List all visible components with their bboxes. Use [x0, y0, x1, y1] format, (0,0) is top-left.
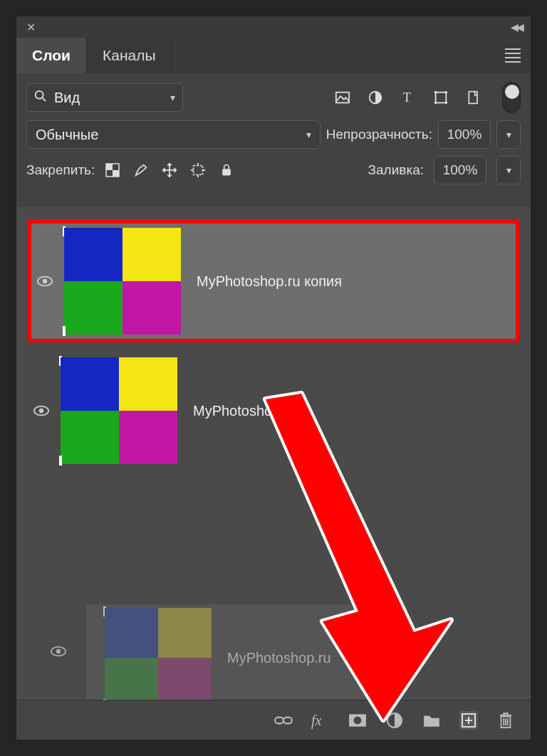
svg-point-0: [36, 90, 43, 98]
svg-point-27: [56, 649, 61, 653]
search-icon: [34, 90, 47, 106]
lock-image-icon[interactable]: [133, 162, 149, 178]
svg-rect-42: [504, 713, 508, 715]
filter-adjustment-icon[interactable]: [367, 89, 384, 106]
svg-rect-28: [275, 717, 283, 723]
visibility-toggle[interactable]: [28, 405, 55, 416]
opacity-value[interactable]: 100%: [438, 120, 491, 149]
svg-rect-5: [436, 93, 447, 103]
svg-rect-29: [283, 717, 292, 723]
lock-fill-row: Закрепить: Заливка: 100% ▾: [16, 153, 531, 191]
svg-point-25: [39, 409, 43, 413]
filter-shape-icon[interactable]: [432, 89, 449, 106]
close-icon[interactable]: ✕: [22, 21, 40, 34]
lock-all-icon[interactable]: [219, 162, 234, 178]
panel-tabs: Слои Каналы: [16, 38, 531, 73]
svg-point-7: [445, 91, 448, 94]
svg-rect-21: [222, 169, 231, 175]
layer-fx-icon[interactable]: fx: [311, 711, 330, 730]
blend-mode-value: Обычные: [36, 127, 98, 143]
new-layer-icon[interactable]: [459, 711, 478, 730]
svg-point-32: [354, 716, 362, 724]
ghost-visibility-icon: [51, 646, 66, 660]
fill-label: Заливка:: [368, 162, 424, 178]
filter-pixel-icon[interactable]: [334, 89, 351, 106]
fill-chevron[interactable]: ▾: [496, 156, 521, 184]
svg-line-1: [43, 98, 46, 101]
svg-text:fx: fx: [311, 713, 322, 729]
panel-titlebar: ✕ ◀◀: [16, 16, 531, 38]
layer-filter-type[interactable]: Вид ▾: [26, 83, 183, 112]
svg-rect-16: [194, 166, 203, 175]
lock-position-icon[interactable]: [162, 162, 177, 178]
layer-thumbnail[interactable]: [64, 228, 181, 335]
layer-item[interactable]: MyPhotoshop.ru: [28, 350, 519, 472]
layer-item-selected[interactable]: MyPhotoshop.ru копия: [28, 220, 519, 342]
svg-rect-10: [469, 92, 477, 104]
lock-label: Закрепить:: [26, 162, 95, 178]
collapse-panel-icon[interactable]: ◀◀: [508, 21, 525, 33]
new-group-icon[interactable]: [422, 711, 441, 730]
filter-type-label: Вид: [54, 90, 80, 106]
visibility-toggle[interactable]: [31, 275, 58, 287]
chevron-down-icon: ▾: [170, 92, 175, 103]
layer-name[interactable]: MyPhotoshop.ru: [193, 403, 297, 419]
lock-transparent-icon[interactable]: [105, 162, 120, 178]
tab-channels[interactable]: Каналы: [87, 38, 172, 73]
toggle-knob: [505, 85, 519, 99]
layer-name[interactable]: MyPhotoshop.ru копия: [197, 273, 342, 290]
chevron-down-icon: ▾: [306, 129, 311, 140]
svg-rect-13: [113, 170, 119, 177]
svg-point-8: [434, 102, 437, 105]
svg-text:T: T: [403, 90, 411, 105]
opacity-label: Непрозрачность:: [326, 127, 432, 142]
blend-opacity-row: Обычные ▾ Непрозрачность: 100% ▾: [16, 117, 531, 153]
filter-type-icon[interactable]: T: [400, 89, 417, 106]
lock-artboard-icon[interactable]: [190, 162, 206, 178]
layers-bottom-toolbar: fx: [16, 700, 531, 740]
fill-value[interactable]: 100%: [434, 156, 486, 184]
tab-layers[interactable]: Слои: [16, 38, 87, 73]
filter-smartobject-icon[interactable]: [465, 89, 482, 106]
delete-layer-icon[interactable]: [496, 711, 515, 730]
svg-point-9: [445, 102, 448, 105]
layers-panel: ✕ ◀◀ Слои Каналы Вид ▾ T: [16, 16, 531, 740]
blend-mode-select[interactable]: Обычные ▾: [26, 120, 321, 149]
svg-point-23: [43, 279, 47, 283]
layer-thumbnail[interactable]: [61, 357, 177, 464]
link-layers-icon[interactable]: [274, 711, 293, 730]
filter-toggle[interactable]: [502, 82, 521, 113]
layer-filter-row: Вид ▾ T: [16, 73, 531, 117]
new-adjustment-icon[interactable]: [385, 711, 404, 730]
layers-list: MyPhotoshop.ru копия MyPhotoshop.ru: [16, 207, 531, 700]
svg-point-6: [434, 91, 437, 94]
panel-menu-icon[interactable]: [505, 48, 521, 63]
svg-rect-12: [106, 164, 113, 170]
add-mask-icon[interactable]: [348, 711, 367, 730]
opacity-chevron[interactable]: ▾: [496, 120, 521, 149]
